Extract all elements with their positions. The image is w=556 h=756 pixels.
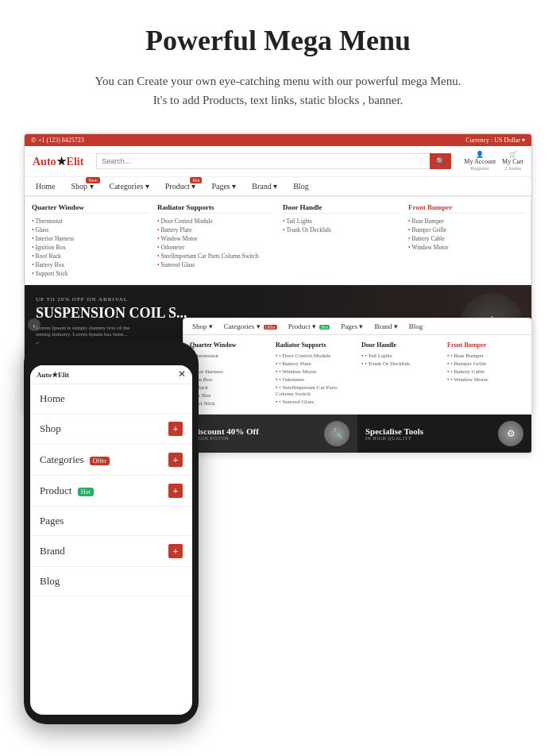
nav-blog[interactable]: Blog [290, 177, 311, 195]
d2-item[interactable]: • Battery Plate [276, 360, 353, 368]
mega-col-title-4: Front Bumper [408, 203, 524, 214]
nav-categories[interactable]: Categories ▾ [106, 177, 153, 195]
search-button[interactable]: 🔍 [430, 153, 451, 169]
d2-item[interactable]: • Window Motor [276, 368, 353, 376]
page-subtitle: You can Create your own eye-catching men… [32, 71, 524, 110]
d2-nav-product[interactable]: Product ▾ Hot [286, 318, 333, 334]
mega-col-front-bumper: Front Bumper Rear Bumper Bumper Grille B… [408, 203, 524, 278]
d2-nav-brand[interactable]: Brand ▾ [372, 318, 400, 334]
mega-item[interactable]: Battery Plate [157, 226, 273, 234]
d2-col-title-1: Quarter Window [190, 341, 268, 349]
mobile-nav-shop[interactable]: Shop + [30, 414, 192, 445]
d2-item[interactable]: • SteelImportant Car Parts Column Switch [276, 384, 353, 398]
mobile-nav-categories[interactable]: Categories Offer + [30, 445, 192, 476]
d2-item[interactable]: port Stick [190, 399, 268, 407]
d2-nav-shop[interactable]: Shop ▾ [190, 318, 215, 334]
product-badge: Hot [78, 488, 94, 496]
mobile-nav-blog[interactable]: Blog [30, 567, 192, 596]
nav-pages[interactable]: Pages ▾ [208, 177, 239, 195]
nav-product[interactable]: Product ▾ Hot [162, 177, 199, 195]
d2-promo-right-icon: ⚙ [498, 421, 523, 446]
mega-col-title-1: Quarter Window [32, 203, 148, 214]
d2-item[interactable]: • Battery Cable [447, 368, 525, 376]
d2-promo-left[interactable]: Discount 40% Off ENGIN PISTON 🔧 [183, 415, 357, 453]
mobile-nav-label-pages: Pages [40, 515, 64, 527]
d2-col-title-4: Front Bumper [447, 341, 525, 349]
d2-col-title-2: Radiator Supports [276, 341, 353, 349]
mobile-nav-pages[interactable]: Pages [30, 507, 192, 536]
d2-item[interactable]: • Window Motor [447, 376, 525, 384]
nav-brand[interactable]: Brand ▾ [249, 177, 280, 195]
account-icon: 👤 [476, 151, 484, 158]
close-icon[interactable]: ✕ [178, 368, 186, 380]
categories-expand-button[interactable]: + [168, 453, 183, 467]
mobile-mockup-wrapper: Auto★Elit ✕ Home Shop + [24, 341, 199, 724]
search-input[interactable] [96, 153, 430, 169]
mega-menu-desktop: Quarter Window Thermostat Glass Interior… [25, 196, 531, 285]
mega-item[interactable]: Roof Rack [32, 252, 148, 260]
mega-item[interactable]: Odometer [157, 243, 273, 252]
mega-item[interactable]: Window Motor [157, 234, 273, 243]
mega-item[interactable]: Glass [32, 226, 148, 234]
shop-expand-button[interactable]: + [168, 422, 183, 436]
d2-item[interactable]: • Odometer [276, 376, 353, 384]
d2-col-radiator: Radiator Supports • Door Control Module … [276, 341, 353, 407]
currency-selector[interactable]: Currency : US Dollar ▾ [465, 137, 525, 144]
mega-item[interactable]: Support Stick [32, 269, 148, 278]
mega-item[interactable]: SteelImportant Car Parts Column Switch [157, 252, 273, 260]
mega-item[interactable]: Door Control Module [157, 217, 273, 226]
mobile-nav-label-brand: Brand [40, 545, 65, 557]
mega-item[interactable]: Bumper Grille [408, 226, 524, 234]
d2-item[interactable]: ery Box [190, 392, 268, 399]
d2-item[interactable]: • Bumper Grille [447, 360, 525, 368]
d2-item[interactable]: • Tail Lights [361, 352, 439, 360]
mega-item[interactable]: Ignition Box [32, 243, 148, 252]
d2-item[interactable]: • Trunk Or Decklids [361, 360, 439, 368]
mega-item[interactable]: Window Motor [408, 243, 524, 252]
mega-item[interactable]: Trunk Or Decklids [283, 226, 399, 234]
desktop-topbar: ✆ +1 (123) 8425723 Currency : US Dollar … [25, 134, 531, 146]
cart-icon: 🛒 [509, 151, 517, 158]
d2-item[interactable]: • Sunroof Glass [276, 398, 353, 406]
d2-col-door: Door Handle • Tail Lights • Trunk Or Dec… [361, 341, 439, 407]
d2-item[interactable]: tion Box [190, 376, 268, 384]
phone-frame: Auto★Elit ✕ Home Shop + [24, 341, 199, 724]
d2-item[interactable]: erior Harness [190, 368, 268, 376]
mega-item[interactable]: Rear Bumper [408, 217, 524, 226]
logo: Auto★Elit [33, 155, 83, 168]
nav-home[interactable]: Home [33, 177, 58, 195]
d2-item[interactable]: ss [190, 360, 268, 368]
d2-item[interactable]: f Rack [190, 384, 268, 392]
cart-section[interactable]: 🛒 My Cart 2 Items [502, 151, 523, 172]
product-expand-button[interactable]: + [168, 484, 183, 498]
d2-item[interactable]: • Rear Bumper [447, 352, 525, 360]
d2-col-bumper: Front Bumper • Rear Bumper • Bumper Gril… [447, 341, 525, 407]
brand-expand-button[interactable]: + [168, 544, 183, 558]
mobile-nav-home[interactable]: Home [30, 384, 192, 414]
d2-promo-left-title: Discount 40% Off [191, 426, 259, 436]
mega-col-title-2: Radiator Supports [157, 203, 273, 214]
d2-nav-pages[interactable]: Pages ▾ [338, 318, 365, 334]
d2-item[interactable]: • Door Control Module [276, 352, 353, 360]
hero-text: Lorem Ipsum is simply dummy text of thes… [36, 325, 187, 338]
shop-badge: New [86, 177, 99, 183]
d2-nav-categories[interactable]: Categories ▾ Offer [222, 318, 280, 334]
mobile-nav-brand[interactable]: Brand + [30, 536, 192, 567]
d2-nav-blog[interactable]: Blog [407, 318, 426, 334]
d2-categories-badge: Offer [264, 325, 277, 330]
nav-shop[interactable]: Shop ▾ New [68, 177, 96, 195]
mega-item[interactable]: Thermostat [32, 217, 148, 226]
hero-title: SUSPENSION COIL S... [36, 306, 187, 322]
mega-item[interactable]: Interior Harness [32, 234, 148, 243]
categories-badge: Offer [90, 457, 110, 465]
mega-item[interactable]: Sunroof Glass [157, 260, 273, 269]
account-section[interactable]: 👤 My Account Register [464, 151, 496, 172]
mega-item[interactable]: Battery Box [32, 260, 148, 269]
d2-promo-right[interactable]: Specialise Tools IN HIGH QUALITY ⚙ [357, 415, 531, 453]
mega-col-radiator: Radiator Supports Door Control Module Ba… [157, 203, 273, 278]
d2-item[interactable]: Thermostat [190, 352, 268, 360]
mega-item[interactable]: Tail Lights [283, 217, 399, 226]
mobile-nav-label-categories: Categories Offer [40, 453, 110, 466]
mobile-nav-product[interactable]: Product Hot + [30, 476, 192, 507]
mega-item[interactable]: Battery Cable [408, 234, 524, 243]
